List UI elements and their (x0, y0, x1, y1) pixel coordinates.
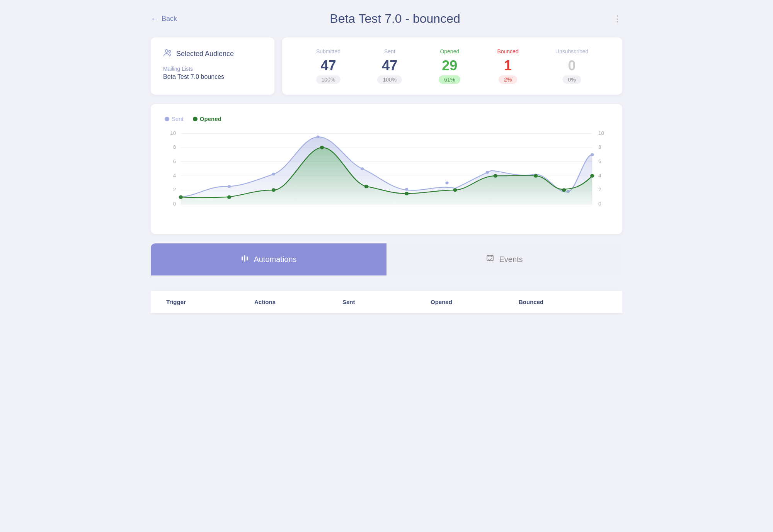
page-title: Beta Test 7.0 - bounced (177, 12, 613, 26)
automations-icon (240, 254, 249, 265)
svg-text:0: 0 (598, 201, 601, 207)
svg-rect-43 (244, 255, 245, 262)
back-arrow-icon: ← (151, 14, 158, 23)
page-wrapper: ← Back Beta Test 7.0 - bounced ⋮ (135, 0, 638, 325)
table-col-trigger: Trigger (166, 299, 254, 305)
stats-card: Submitted47100%Sent47100%Opened2961%Boun… (282, 37, 622, 95)
stat-number: 47 (320, 58, 336, 74)
stat-item-bounced: Bounced12% (497, 48, 518, 84)
stat-number: 0 (568, 58, 576, 74)
svg-point-22 (272, 173, 275, 175)
svg-text:10: 10 (598, 131, 604, 136)
tab-label: Events (499, 255, 523, 264)
sent-dot (165, 117, 169, 121)
svg-point-31 (179, 195, 183, 199)
stat-item-unsubscribed: Unsubscribed00% (555, 48, 589, 84)
chart-card: Sent Opened (151, 104, 622, 234)
svg-text:0: 0 (173, 201, 176, 207)
chart-container: 0 2 4 6 8 10 0 2 4 6 8 10 (165, 130, 608, 223)
table-header: TriggerActionsSentOpenedBounced (151, 291, 622, 313)
audience-header: Selected Audience (163, 48, 262, 59)
svg-point-39 (534, 174, 538, 178)
header: ← Back Beta Test 7.0 - bounced ⋮ (151, 12, 622, 26)
chart-svg: 0 2 4 6 8 10 0 2 4 6 8 10 (165, 130, 608, 215)
svg-point-36 (405, 192, 409, 195)
stat-item-opened: Opened2961% (439, 48, 460, 84)
opened-legend-label: Opened (200, 116, 221, 122)
svg-point-34 (320, 146, 324, 149)
stat-label: Opened (440, 48, 459, 54)
audience-card: Selected Audience Mailing Lists Beta Tes… (151, 37, 274, 95)
back-button[interactable]: ← Back (151, 14, 177, 23)
stat-label: Submitted (316, 48, 341, 54)
svg-point-24 (361, 167, 364, 170)
audience-title: Selected Audience (176, 50, 234, 58)
svg-point-40 (562, 188, 566, 192)
table-col-opened: Opened (431, 299, 519, 305)
stat-number: 29 (442, 58, 457, 74)
svg-point-23 (316, 136, 319, 138)
mailing-lists-label: Mailing Lists (163, 66, 262, 72)
svg-point-21 (228, 185, 231, 188)
stat-number: 1 (504, 58, 512, 74)
svg-point-35 (364, 185, 368, 188)
tab-automations[interactable]: Automations (151, 243, 386, 275)
sent-legend-label: Sent (172, 116, 184, 122)
mailing-lists-value: Beta Test 7.0 bounces (163, 73, 262, 80)
svg-text:10: 10 (170, 131, 176, 136)
legend-sent: Sent (165, 116, 184, 122)
svg-point-32 (227, 195, 231, 199)
stat-badge: 61% (439, 75, 460, 84)
svg-point-41 (590, 174, 594, 178)
stat-label: Bounced (497, 48, 518, 54)
svg-text:4: 4 (173, 173, 176, 178)
stat-badge: 2% (499, 75, 517, 84)
svg-text:6: 6 (173, 159, 176, 164)
svg-point-25 (405, 188, 408, 190)
svg-text:8: 8 (598, 144, 601, 150)
svg-text:6: 6 (598, 159, 601, 164)
top-row: Selected Audience Mailing Lists Beta Tes… (151, 37, 622, 95)
stat-badge: 100% (316, 75, 341, 84)
svg-text:8: 8 (173, 144, 176, 150)
table-col-sent: Sent (342, 299, 431, 305)
back-label: Back (162, 15, 177, 23)
table-col-bounced: Bounced (519, 299, 607, 305)
svg-text:4: 4 (598, 173, 601, 178)
more-icon: ⋮ (613, 14, 622, 24)
stat-badge: 0% (562, 75, 581, 84)
stat-item-submitted: Submitted47100% (316, 48, 341, 84)
more-options-button[interactable]: ⋮ (613, 14, 622, 24)
svg-text:2: 2 (173, 187, 176, 192)
svg-point-33 (272, 188, 276, 192)
svg-text:2: 2 (598, 187, 601, 192)
tabs-row: Automations Events (151, 243, 622, 275)
chart-legend: Sent Opened (165, 116, 608, 122)
stat-item-sent: Sent47100% (377, 48, 402, 84)
stat-label: Unsubscribed (555, 48, 589, 54)
opened-dot (193, 117, 198, 121)
events-icon (486, 254, 494, 265)
table-col-actions: Actions (254, 299, 342, 305)
stat-label: Sent (384, 48, 395, 54)
tab-events[interactable]: Events (386, 243, 622, 275)
svg-rect-42 (242, 257, 243, 260)
svg-rect-44 (247, 257, 248, 260)
svg-point-37 (453, 188, 457, 192)
stat-badge: 100% (377, 75, 402, 84)
svg-point-0 (165, 50, 168, 53)
svg-point-26 (445, 182, 448, 184)
audience-icon (163, 48, 172, 59)
svg-point-27 (486, 171, 489, 173)
legend-opened: Opened (193, 116, 221, 122)
svg-point-38 (494, 174, 497, 178)
svg-point-1 (169, 51, 171, 53)
stat-number: 47 (382, 58, 397, 74)
tab-label: Automations (254, 255, 296, 264)
svg-point-30 (591, 153, 594, 156)
